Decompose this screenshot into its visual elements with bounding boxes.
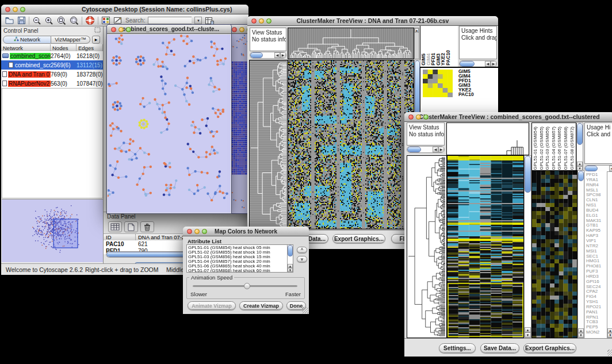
column-dendrogram-area[interactable] xyxy=(446,122,529,155)
scroll-left-arrow[interactable]: ◀ xyxy=(274,52,280,58)
network-titlebar[interactable]: combined_scores_good.txt--cluste... xyxy=(107,25,231,34)
close-button[interactable] xyxy=(111,27,116,32)
zoom-vscrollbar[interactable]: ▲ ▼ xyxy=(577,170,584,338)
close-button[interactable] xyxy=(251,18,257,24)
column-label[interactable]: GPL51-03 (GSM856) xyxy=(545,127,551,170)
zoom-in-icon[interactable] xyxy=(44,16,53,25)
speed-slider-track[interactable] xyxy=(193,285,297,287)
network-row[interactable]: combined_sco 2569(6) 13112(15) xyxy=(1,60,103,70)
save-icon[interactable] xyxy=(17,16,26,25)
vizmapper-grid-icon[interactable] xyxy=(101,16,110,25)
resize-grip[interactable] xyxy=(302,307,308,313)
zoom-button[interactable] xyxy=(20,7,25,12)
treeview1-titlebar[interactable]: ClusterMaker TreeView : DNA and Tran 07-… xyxy=(247,16,498,26)
column-label[interactable]: GPL51-07 (GSM868) xyxy=(563,127,569,170)
settings-button[interactable]: Settings... xyxy=(439,343,476,353)
close-button[interactable] xyxy=(408,114,414,120)
col-id[interactable]: ID xyxy=(104,233,136,240)
birdseye-view[interactable] xyxy=(2,199,103,262)
main-titlebar[interactable]: Cytoscape Desktop (Session Name: collins… xyxy=(1,5,248,14)
save-data-button[interactable]: Save Data... xyxy=(480,343,519,353)
scroll-down-arrow[interactable]: ▼ xyxy=(288,268,293,272)
tab-network[interactable]: Network xyxy=(3,36,51,44)
view-status-hscrollbar[interactable]: ◀ ▶ xyxy=(250,52,286,59)
column-label[interactable]: GPL51-02 (GSM855) xyxy=(539,127,545,170)
zoom-out-icon[interactable] xyxy=(32,16,41,25)
minimize-button[interactable] xyxy=(13,7,18,12)
export-graphics-button[interactable]: Export Graphics... xyxy=(332,234,385,243)
row-dendrogram-canvas[interactable] xyxy=(407,155,447,338)
scroll-up-arrow[interactable]: ▲ xyxy=(607,328,612,333)
float-panel-icon[interactable] xyxy=(94,27,101,34)
scrollbar-thumb[interactable] xyxy=(577,123,583,145)
scroll-left-arrow[interactable]: ◀ xyxy=(433,147,438,152)
close-button[interactable] xyxy=(5,7,10,12)
minimize-button[interactable] xyxy=(416,114,421,120)
network-row[interactable]: RNAPuberNov2+ 563(0) 107847(0) xyxy=(1,79,103,88)
scroll-right-arrow[interactable]: ▶ xyxy=(491,61,496,67)
help-lifering-icon[interactable] xyxy=(85,16,95,25)
network-row[interactable]: combined_scores 2764(0) 16218(0) xyxy=(1,51,103,60)
col-network[interactable]: Network xyxy=(1,44,51,51)
column-label[interactable]: GPL51-08 (GSM872) xyxy=(569,127,576,170)
view-status-hscrollbar[interactable]: ◀ ▶ xyxy=(407,146,445,153)
column-label[interactable]: GPL51-01 (GSM854) xyxy=(533,127,539,170)
attribute-table-icon[interactable] xyxy=(108,221,122,232)
scrollbar-thumb[interactable] xyxy=(578,171,584,181)
scrollbar-thumb[interactable] xyxy=(460,61,475,67)
speed-slider-thumb[interactable] xyxy=(244,283,250,289)
minimize-button[interactable] xyxy=(239,27,244,32)
mini-heatmap-canvas[interactable] xyxy=(423,70,453,97)
tab-overflow-button[interactable]: ▶ xyxy=(92,36,100,44)
new-attribute-icon[interactable] xyxy=(124,221,138,232)
zoom-heatmap-canvas[interactable] xyxy=(531,170,577,338)
scroll-up-arrow[interactable]: ▲ xyxy=(578,328,584,333)
scroll-up-arrow[interactable]: ▲ xyxy=(577,162,583,166)
gene-label[interactable]: MON2 xyxy=(586,330,607,335)
scroll-right-arrow[interactable]: ▶ xyxy=(438,147,444,152)
zoom-button[interactable] xyxy=(423,114,429,120)
minimize-button[interactable] xyxy=(194,229,200,234)
scroll-up-arrow[interactable]: ▲ xyxy=(525,327,531,332)
scrollbar-thumb[interactable] xyxy=(407,147,421,152)
dialog-titlebar[interactable]: Map Colors to Network xyxy=(183,227,309,236)
scroll-down-arrow[interactable]: ▼ xyxy=(525,332,531,338)
move-down-button[interactable]: v xyxy=(297,256,307,262)
scroll-down-arrow[interactable]: ▼ xyxy=(578,333,584,338)
column-label[interactable]: GPL51-04 (GSM857) xyxy=(551,127,557,170)
network-table-header[interactable]: Network Nodes Edges xyxy=(1,44,103,51)
column-label[interactable]: PAC10 xyxy=(446,50,451,66)
column-dendrogram-canvas[interactable] xyxy=(288,28,414,59)
col-nodes[interactable]: Nodes xyxy=(51,44,76,51)
minimize-button[interactable] xyxy=(118,27,124,32)
save-data-button[interactable]: Data... xyxy=(305,234,328,243)
attribute-list[interactable]: GPL51-01 (GSM854) heat shock 05 minGPL51… xyxy=(186,244,293,273)
col-edges[interactable]: Edges xyxy=(76,44,103,51)
scroll-right-arrow[interactable]: ▶ xyxy=(280,52,286,58)
zoom-button[interactable] xyxy=(266,18,271,24)
search-input[interactable] xyxy=(148,17,192,24)
zoom-fit-icon[interactable] xyxy=(69,16,79,25)
gene-list-vscrollbar[interactable]: ▲ ▼ xyxy=(607,171,612,338)
zoom-button[interactable] xyxy=(202,229,207,234)
network-canvas[interactable] xyxy=(108,35,231,213)
treeview2-titlebar[interactable]: ClusterMaker TreeView : combined_scores_… xyxy=(404,112,612,122)
scrollbar-thumb[interactable] xyxy=(288,245,293,256)
column-dendrogram-canvas[interactable] xyxy=(447,123,529,155)
export-graphics-button[interactable]: Export Graphics... xyxy=(523,343,576,353)
column-labels-vscrollbar[interactable]: ▲ ▼ xyxy=(576,122,583,171)
heatmap-vscrollbar[interactable]: ▲ ▼ xyxy=(524,155,531,338)
delete-attribute-icon[interactable] xyxy=(140,221,154,232)
scroll-left-arrow[interactable]: ◀ xyxy=(485,61,491,67)
row-dendrogram-canvas[interactable] xyxy=(249,60,288,229)
column-label[interactable]: GPL51-06 (GSM865) xyxy=(557,127,563,170)
scroll-left-arrow[interactable]: ◀ xyxy=(609,166,612,171)
tab-vizmapper[interactable]: VizMapper™ xyxy=(51,36,90,44)
attribute-list-vscrollbar[interactable]: ▲ ▼ xyxy=(287,245,293,272)
scroll-down-arrow[interactable]: ▼ xyxy=(607,333,612,338)
zoom-button[interactable] xyxy=(126,27,131,32)
move-up-button[interactable]: ^ xyxy=(297,247,307,253)
network-row[interactable]: DNA and Tran 07 769(0) 183728(0) xyxy=(1,70,103,79)
heatmap-canvas[interactable] xyxy=(288,60,414,229)
animate-vizmap-button[interactable]: Animate Vizmap xyxy=(188,301,236,310)
